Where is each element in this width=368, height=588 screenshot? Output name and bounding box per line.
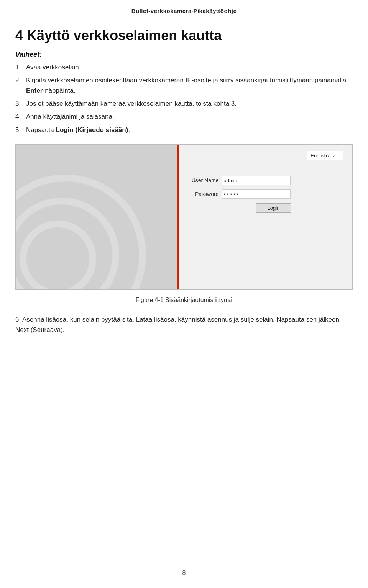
- step-2-text: Kirjoita verkkoselaimen osoitekenttään v…: [26, 75, 353, 96]
- step-3: 3. Jos et pääse käyttämään kameraa verkk…: [15, 99, 353, 109]
- step-6-text: Asenna lisäosa, kun selain pyytää sitä. …: [15, 316, 339, 333]
- login-form: User Name Password Login: [188, 176, 343, 213]
- steps-label: Vaiheet:: [15, 51, 353, 59]
- language-selector[interactable]: English ∨: [307, 151, 343, 160]
- login-panel: English ∨ User Name Password Login: [179, 145, 352, 289]
- username-label: User Name: [188, 177, 219, 183]
- step-1-num: 1.: [15, 62, 26, 72]
- header-part1: Bullet-verkkokamera: [131, 8, 192, 14]
- camera-panel: [16, 145, 177, 289]
- step-4-text: Anna käyttäjänimi ja salasana.: [26, 112, 353, 122]
- page-header: Bullet-verkkokamera·Pikakäyttöohje: [15, 8, 353, 18]
- header-part2: Pikakäyttöohje: [193, 8, 237, 14]
- login-button-row: Login: [188, 203, 291, 213]
- username-input[interactable]: [222, 176, 291, 185]
- language-dropdown[interactable]: English ∨: [307, 151, 343, 160]
- password-label: Password: [188, 191, 219, 197]
- step-6-num: 6.: [15, 316, 21, 323]
- step-6: 6. Asenna lisäosa, kun selain pyytää sit…: [15, 314, 353, 335]
- camera-background: [16, 145, 177, 289]
- password-input[interactable]: [222, 189, 291, 199]
- language-value: English: [310, 153, 327, 158]
- step-5-text: Napsauta Login (Kirjaudu sisään).: [26, 125, 353, 135]
- step-3-num: 3.: [15, 99, 26, 109]
- step-1-text: Avaa verkkoselain.: [26, 62, 353, 72]
- login-screenshot: English ∨ User Name Password Login: [15, 144, 353, 290]
- username-row: User Name: [188, 176, 343, 185]
- step-4-num: 4.: [15, 112, 26, 122]
- step-4: 4. Anna käyttäjänimi ja salasana.: [15, 112, 353, 122]
- password-row: Password: [188, 189, 343, 199]
- figure-caption: Figure 4-1 Sisäänkirjautumisliittymä: [15, 297, 353, 304]
- step-1: 1. Avaa verkkoselain.: [15, 62, 353, 72]
- step-2: 2. Kirjoita verkkoselaimen osoitekenttää…: [15, 75, 353, 96]
- red-divider: [177, 145, 179, 289]
- section-heading: 4 Käyttö verkkoselaimen kautta: [15, 28, 353, 44]
- step-3-text: Jos et pääse käyttämään kameraa verkkose…: [26, 99, 353, 109]
- login-button[interactable]: Login: [256, 203, 292, 213]
- steps-list: 1. Avaa verkkoselain. 2. Kirjoita verkko…: [15, 62, 353, 135]
- page-number: 8: [0, 570, 368, 577]
- step-2-num: 2.: [15, 75, 26, 85]
- chevron-down-icon: ∨: [327, 153, 330, 158]
- step-5-num: 5.: [15, 125, 26, 135]
- step-5: 5. Napsauta Login (Kirjaudu sisään).: [15, 125, 353, 135]
